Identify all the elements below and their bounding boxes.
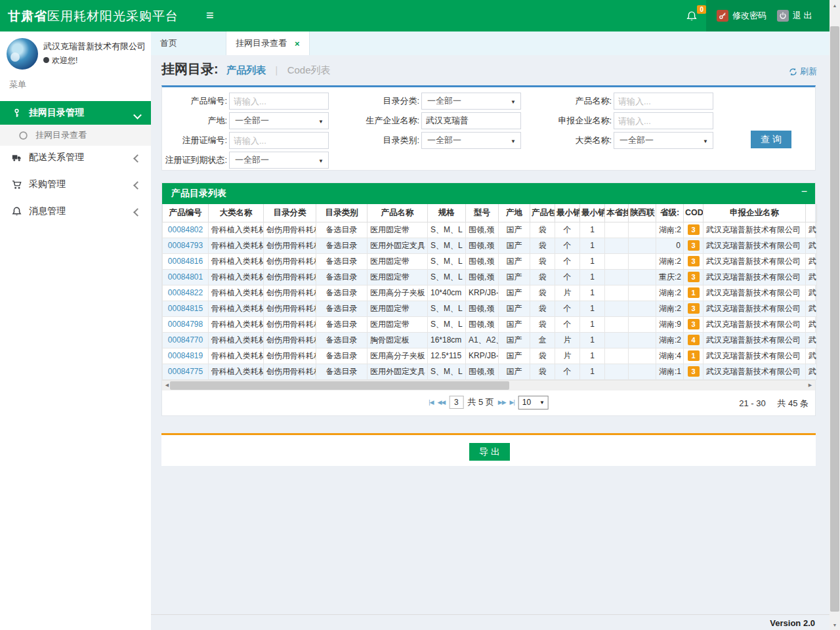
table-header-row: 产品编号大类名称目录分类目录类别产品名称规格型号产地产品包最小销最小销本省挂陕西… bbox=[163, 204, 817, 222]
product-id-link[interactable]: 00084819 bbox=[168, 351, 203, 360]
search-input-4[interactable] bbox=[421, 112, 521, 129]
logout-button[interactable]: 退 出 bbox=[777, 10, 812, 22]
search-input-0[interactable] bbox=[229, 93, 329, 110]
table-row: 00084775骨科植入类耗材创伤用骨科耗材备选目录医用外固定支具S、M、L围领… bbox=[163, 364, 817, 379]
sidebar-item-catalog-management[interactable]: 挂网目录管理 bbox=[0, 101, 151, 125]
cell-origin: 国产 bbox=[499, 301, 530, 316]
tab-close-icon[interactable]: × bbox=[295, 39, 300, 49]
search-select-1[interactable]: 一全部一▼ bbox=[421, 93, 521, 110]
cell-code: 1 bbox=[684, 285, 704, 301]
column-header-company: 申报企业名称 bbox=[704, 204, 806, 222]
cell-id: 00084770 bbox=[163, 332, 209, 348]
cell-unit: 个 bbox=[555, 269, 580, 285]
logout-label: 退 出 bbox=[793, 10, 812, 22]
code-count-badge[interactable]: 3 bbox=[688, 303, 700, 314]
cell-company: 武汉克瑞普新技术有限公司 bbox=[704, 364, 806, 379]
first-page-button[interactable]: |◀ bbox=[429, 399, 433, 406]
search-select-8[interactable]: 一全部一▼ bbox=[614, 132, 713, 149]
cell-company: 武汉克瑞普新技术有限公司 bbox=[704, 269, 806, 285]
product-id-link[interactable]: 00084798 bbox=[168, 320, 203, 329]
product-id-link[interactable]: 00084802 bbox=[168, 225, 203, 234]
truck-icon bbox=[10, 152, 22, 163]
collapse-icon[interactable]: − bbox=[801, 186, 807, 198]
sidebar-item-purchase-management[interactable]: 采购管理 bbox=[0, 173, 151, 196]
tab-bar: 首页 挂网目录查看 × bbox=[151, 32, 830, 56]
horizontal-scrollbar[interactable]: ◀ ▶ bbox=[162, 380, 815, 390]
code-count-badge[interactable]: 1 bbox=[688, 350, 700, 361]
search-field-label: 申报企业名称: bbox=[523, 112, 612, 129]
search-field-label: 产品编号: bbox=[162, 93, 227, 110]
code-count-badge[interactable]: 3 bbox=[688, 256, 700, 266]
query-button[interactable]: 查 询 bbox=[751, 131, 791, 148]
code-count-badge[interactable]: 1 bbox=[688, 287, 700, 298]
view-switch-code-list[interactable]: Code列表 bbox=[287, 64, 331, 75]
product-id-link[interactable]: 00084770 bbox=[168, 335, 203, 345]
prev-page-button[interactable]: ◀◀ bbox=[437, 399, 445, 406]
change-password-button[interactable]: 修改密码 bbox=[717, 10, 766, 22]
product-id-link[interactable]: 00084815 bbox=[168, 304, 203, 313]
code-count-badge[interactable]: 3 bbox=[688, 224, 700, 235]
sidebar-item-label: 挂网目录管理 bbox=[29, 107, 84, 119]
dropdown-caret-icon: ▼ bbox=[318, 119, 324, 125]
product-id-link[interactable]: 00084801 bbox=[168, 272, 203, 282]
product-id-link[interactable]: 00084775 bbox=[168, 367, 203, 376]
cell-qty: 1 bbox=[580, 348, 605, 364]
next-page-button[interactable]: ▶▶ bbox=[498, 399, 506, 406]
cell-qty: 1 bbox=[580, 238, 605, 253]
cell-big_class: 骨科植入类耗材 bbox=[209, 253, 264, 269]
code-count-badge[interactable]: 3 bbox=[688, 272, 700, 282]
cell-spec: 10*40cm bbox=[428, 285, 466, 301]
catalog-table: 产品编号大类名称目录分类目录类别产品名称规格型号产地产品包最小销最小销本省挂陕西… bbox=[162, 204, 817, 380]
record-total-label: 共 45 条 bbox=[777, 398, 808, 408]
sidebar-item-message-management[interactable]: 消息管理 bbox=[0, 200, 151, 223]
cell-shaanxi bbox=[629, 269, 656, 285]
search-input-6[interactable] bbox=[229, 132, 329, 149]
cell-code: 3 bbox=[684, 364, 704, 379]
cell-spec: 12.5*115 bbox=[428, 348, 466, 364]
key-icon bbox=[10, 107, 22, 119]
tab-home[interactable]: 首页 bbox=[151, 32, 226, 55]
search-field-label: 生产企业名称: bbox=[331, 112, 419, 129]
sidebar-item-delivery-management[interactable]: 配送关系管理 bbox=[0, 146, 151, 169]
cell-unit: 片 bbox=[555, 285, 580, 301]
search-select-7[interactable]: 一全部一▼ bbox=[421, 132, 521, 149]
horizontal-scrollbar-thumb[interactable] bbox=[170, 381, 509, 390]
view-switch-product-list[interactable]: 产品列表 bbox=[226, 64, 266, 75]
current-page-input[interactable]: 3 bbox=[449, 396, 463, 409]
search-field-label: 大类名称: bbox=[523, 132, 612, 149]
scroll-right-arrow-icon[interactable]: ▶ bbox=[805, 381, 815, 390]
search-input-5[interactable] bbox=[614, 112, 713, 129]
product-id-link[interactable]: 00084816 bbox=[168, 257, 203, 266]
page-size-select[interactable]: 10 ▼ bbox=[518, 396, 549, 410]
refresh-button[interactable]: 刷新 bbox=[789, 66, 817, 77]
cell-big_class: 骨科植入类耗材 bbox=[209, 285, 264, 301]
scroll-up-arrow-icon[interactable]: ▲ bbox=[830, 0, 840, 10]
cell-catalog_type: 备选目录 bbox=[316, 253, 368, 269]
notification-bell-button[interactable]: 0 bbox=[686, 9, 704, 24]
sidebar-toggle-icon[interactable]: ≡ bbox=[206, 8, 214, 23]
code-count-badge[interactable]: 3 bbox=[688, 319, 700, 329]
vertical-scrollbar-thumb[interactable] bbox=[830, 26, 839, 612]
tab-catalog-view[interactable]: 挂网目录查看 × bbox=[226, 32, 310, 55]
search-select-3[interactable]: 一全部一▼ bbox=[229, 112, 329, 129]
vertical-scrollbar[interactable]: ▲ ▼ bbox=[830, 0, 840, 630]
product-id-link[interactable]: 00084793 bbox=[168, 241, 203, 250]
sidebar-item-catalog-view[interactable]: 挂网目录查看 bbox=[0, 125, 151, 146]
cell-catalog_type: 备选目录 bbox=[316, 364, 368, 379]
search-input-2[interactable] bbox=[614, 93, 713, 110]
select-value: 一全部一 bbox=[235, 115, 269, 127]
code-count-badge[interactable]: 3 bbox=[688, 240, 700, 251]
scroll-down-arrow-icon[interactable]: ▼ bbox=[830, 620, 840, 630]
code-count-badge[interactable]: 3 bbox=[688, 366, 700, 377]
code-count-badge[interactable]: 4 bbox=[688, 335, 700, 345]
cell-extra: 武汉 bbox=[806, 348, 817, 364]
export-button[interactable]: 导 出 bbox=[469, 443, 510, 461]
product-id-link[interactable]: 00084822 bbox=[168, 288, 203, 297]
cell-model: 围领,颈 bbox=[466, 222, 499, 238]
cell-prov bbox=[605, 238, 629, 253]
cell-prov bbox=[605, 364, 629, 379]
last-page-button[interactable]: ▶| bbox=[510, 399, 514, 406]
search-select-9[interactable]: 一全部一▼ bbox=[229, 152, 329, 169]
cell-prov_price: 湖南:2 bbox=[656, 253, 684, 269]
table-row: 00084816骨科植入类耗材创伤用骨科耗材备选目录医用固定带S、M、L围领,颈… bbox=[163, 253, 817, 269]
